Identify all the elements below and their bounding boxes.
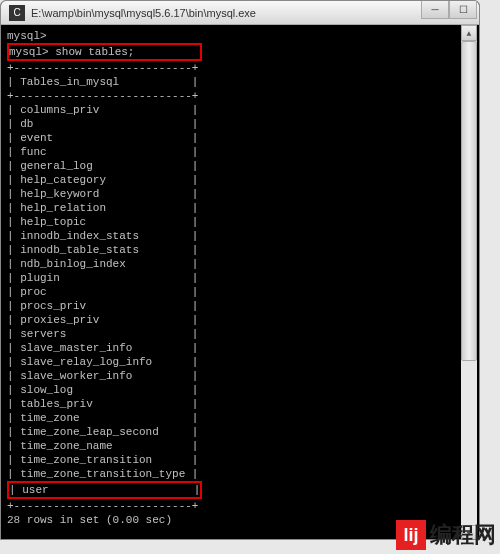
window-title: E:\wamp\bin\mysql\mysql5.6.17\bin\mysql.…: [31, 7, 471, 19]
table-row: | func |: [7, 145, 473, 159]
console-window: C E:\wamp\bin\mysql\mysql5.6.17\bin\mysq…: [0, 0, 480, 540]
table-row: | proxies_priv |: [7, 313, 473, 327]
table-row: | servers |: [7, 327, 473, 341]
table-row: | user |: [9, 483, 200, 497]
command-line: mysql> show tables;: [9, 46, 200, 58]
table-row: | general_log |: [7, 159, 473, 173]
table-mid-border: +---------------------------+: [7, 89, 473, 103]
table-row: | innodb_table_stats |: [7, 243, 473, 257]
table-row: | plugin |: [7, 271, 473, 285]
scroll-thumb[interactable]: [461, 41, 477, 361]
table-header-row: | Tables_in_mysql |: [7, 75, 473, 89]
titlebar[interactable]: C E:\wamp\bin\mysql\mysql5.6.17\bin\mysq…: [1, 1, 479, 25]
table-row: | tables_priv |: [7, 397, 473, 411]
table-row: | time_zone_leap_second |: [7, 425, 473, 439]
window-controls: ─ ☐: [421, 1, 477, 19]
watermark-icon: lij: [396, 520, 426, 550]
table-bottom-border: +---------------------------+: [7, 499, 473, 513]
table-row: | db |: [7, 117, 473, 131]
app-icon: C: [9, 5, 25, 21]
table-row: | procs_priv |: [7, 299, 473, 313]
table-row: | ndb_binlog_index |: [7, 257, 473, 271]
command-highlight: mysql> show tables;: [7, 43, 202, 61]
table-row: | event |: [7, 131, 473, 145]
table-row: | help_keyword |: [7, 187, 473, 201]
scroll-up-button[interactable]: ▲: [461, 25, 477, 41]
table-row: | help_category |: [7, 173, 473, 187]
table-row: | columns_priv |: [7, 103, 473, 117]
row-highlight: | user |: [7, 481, 202, 499]
table-row: | help_relation |: [7, 201, 473, 215]
table-row: | slave_master_info |: [7, 341, 473, 355]
table-row: | slave_worker_info |: [7, 369, 473, 383]
maximize-button[interactable]: ☐: [449, 1, 477, 19]
prompt-line-empty: mysql>: [7, 29, 473, 43]
table-row: | slow_log |: [7, 383, 473, 397]
command-text: show tables;: [55, 46, 134, 58]
table-row: | slave_relay_log_info |: [7, 355, 473, 369]
table-row: | time_zone |: [7, 411, 473, 425]
table-row: | innodb_index_stats |: [7, 229, 473, 243]
table-row: | time_zone_name |: [7, 439, 473, 453]
vertical-scrollbar[interactable]: ▲ ▼: [461, 25, 477, 540]
terminal-output[interactable]: mysql> mysql> show tables; +------------…: [1, 25, 479, 539]
table-row: | help_topic |: [7, 215, 473, 229]
minimize-button[interactable]: ─: [421, 1, 449, 19]
watermark: lij 编程网: [396, 520, 496, 550]
table-row: | time_zone_transition_type |: [7, 467, 473, 481]
table-row: | time_zone_transition |: [7, 453, 473, 467]
table-top-border: +---------------------------+: [7, 61, 473, 75]
table-row: | proc |: [7, 285, 473, 299]
table-body: | columns_priv || db || event || func ||…: [7, 103, 473, 499]
watermark-text: 编程网: [430, 520, 496, 550]
